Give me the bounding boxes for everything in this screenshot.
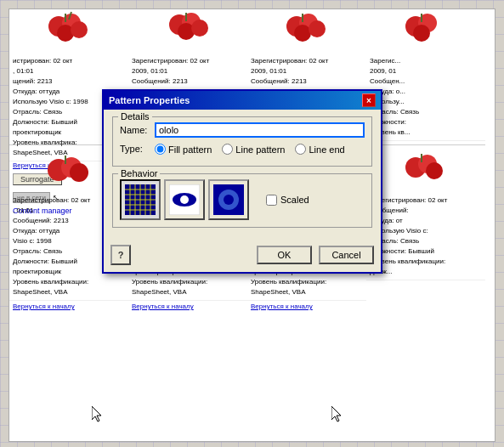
fill-pattern-label: Fill pattern: [168, 144, 212, 155]
pattern-button-grid[interactable]: [120, 179, 161, 220]
dialog-titlebar: Pattern Properties ×: [104, 91, 381, 110]
pattern-button-eye[interactable]: [164, 179, 205, 220]
line-pattern-radio[interactable]: [222, 144, 233, 155]
line-end-label: Line end: [309, 144, 344, 155]
line-end-option[interactable]: Line end: [295, 144, 344, 155]
eye-pattern-icon: [169, 184, 200, 215]
scaled-checkbox-label[interactable]: Scaled: [266, 195, 309, 206]
fill-pattern-radio[interactable]: [155, 144, 166, 155]
details-group: Details Name: Type: Fill pattern: [112, 116, 372, 167]
behavior-group-label: Behavior: [118, 168, 160, 178]
svg-point-49: [180, 195, 189, 204]
type-field-row: Type: Fill pattern Line pattern Line: [120, 142, 365, 155]
scaled-label: Scaled: [280, 195, 309, 205]
fill-pattern-option[interactable]: Fill pattern: [155, 144, 212, 155]
svg-point-52: [224, 195, 234, 205]
dialog-footer: ? OK Cancel: [104, 241, 381, 272]
line-pattern-option[interactable]: Line pattern: [222, 144, 285, 155]
scaled-checkbox[interactable]: [266, 195, 277, 206]
type-radio-group: Fill pattern Line pattern Line end: [155, 144, 345, 155]
type-label: Type:: [120, 144, 150, 154]
ok-button[interactable]: OK: [257, 246, 312, 264]
circle-pattern-icon: [213, 184, 244, 215]
line-end-radio[interactable]: [295, 144, 306, 155]
grid-pattern-icon: [125, 184, 156, 215]
line-pattern-label: Line pattern: [235, 144, 285, 155]
pattern-button-circle[interactable]: [208, 179, 249, 220]
details-group-label: Details: [118, 111, 152, 122]
dialog-close-button[interactable]: ×: [362, 93, 376, 107]
behavior-group: Behavior: [112, 173, 372, 228]
cancel-button[interactable]: Cancel: [319, 246, 374, 264]
dialog-title: Pattern Properties: [109, 95, 190, 105]
pattern-properties-dialog: Pattern Properties × Details Name: Type:…: [102, 89, 382, 274]
name-input[interactable]: [155, 122, 365, 138]
name-field-row: Name:: [120, 122, 365, 138]
dialog-body: Details Name: Type: Fill pattern: [104, 110, 381, 241]
name-label: Name:: [120, 125, 150, 135]
behavior-content: Scaled: [120, 179, 365, 220]
dialog-backdrop: Pattern Properties × Details Name: Type:…: [0, 0, 504, 447]
help-button[interactable]: ?: [110, 245, 131, 265]
